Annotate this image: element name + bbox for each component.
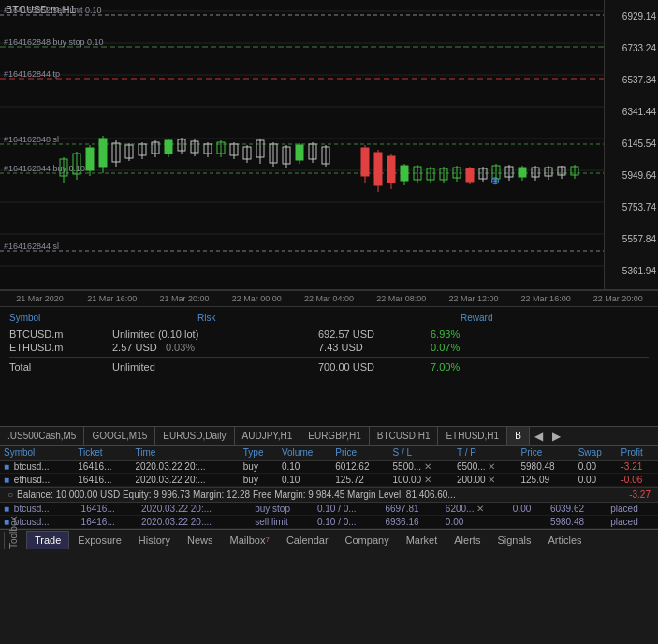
th-symbol: Symbol — [0, 446, 74, 461]
summary-total-label: Total — [9, 361, 112, 373]
bottom-tab-mailbox[interactable]: Mailbox7 — [222, 531, 278, 549]
th-ticket: Ticket — [74, 446, 131, 461]
svg-text:#164162844 sl: #164162844 sl — [4, 242, 59, 251]
prow1-symbol: ■ btcusd... — [0, 503, 78, 516]
summary-btc-reward: 692.57 USD — [318, 329, 431, 340]
row2-price: 125.72 — [331, 474, 388, 487]
summary-total-pct: 7.00% — [431, 361, 487, 373]
bottom-tab-market[interactable]: Market — [398, 531, 446, 549]
chart-tab-5[interactable]: BTCUSD,H1 — [370, 427, 439, 446]
trade-table: Symbol Ticket Time Type Volume Price S /… — [0, 446, 658, 487]
svg-rect-38 — [165, 140, 172, 154]
row2-volume: 0.10 — [278, 474, 331, 487]
chart-tab-0[interactable]: .US500Cash,M5 — [0, 427, 84, 446]
prow2-ticket: 16416... — [78, 516, 138, 529]
row2-curprice: 125.09 — [517, 474, 574, 487]
pending-row-2: ■ btcusd... 16416... 2020.03.22 20:... s… — [0, 516, 658, 529]
prow2-price: 6936.16 — [381, 516, 441, 529]
prow1-ticket: 16416... — [78, 503, 138, 516]
balance-row: ○ Balance: 10 000.00 USD Equity: 9 996.7… — [0, 487, 658, 503]
summary-eth-reward: 7.43 USD — [318, 342, 431, 353]
svg-rect-70 — [401, 166, 408, 181]
time-label-5: 22 Mar 08:00 — [365, 294, 437, 303]
row1-time: 2020.03.22 20:... — [132, 461, 240, 474]
bottom-tab-trade[interactable]: Trade — [26, 531, 69, 549]
row1-volume: 0.10 — [278, 461, 331, 474]
row1-sl: 5500... ✕ — [389, 461, 453, 474]
row1-swap: 0.00 — [575, 461, 618, 474]
bottom-tab-exposure[interactable]: Exposure — [69, 531, 129, 549]
chart-tab-6[interactable]: ETHUSD,H1 — [438, 427, 507, 446]
svg-rect-88 — [519, 168, 526, 177]
toolbox-label: Toolbox — [4, 532, 22, 549]
svg-text:⊕: ⊕ — [490, 174, 500, 187]
time-label-2: 21 Mar 20:00 — [148, 294, 220, 303]
bottom-tab-company[interactable]: Company — [337, 531, 398, 549]
chart-tabs-row[interactable]: .US500Cash,M5 GOOGL,M15 EURUSD,Daily AUD… — [0, 427, 658, 446]
chart-tab-2[interactable]: EURUSD,Daily — [155, 427, 234, 446]
summary-total-row: Total Unlimited 700.00 USD 7.00% — [9, 361, 649, 373]
svg-rect-26 — [86, 148, 94, 170]
chart-tab-3[interactable]: AUDJPY,H1 — [235, 427, 301, 446]
prow1-tp: 0.00 — [509, 503, 547, 516]
chart-area: BTCUSD.m,H1 6929.14 6733.24 6537.34 6341… — [0, 0, 658, 290]
prow2-sl: 0.00 — [442, 516, 509, 529]
price-p4: 6341.44 — [622, 107, 656, 117]
row2-sl: 100.00 ✕ — [389, 474, 453, 487]
time-label-8: 22 Mar 20:00 — [582, 294, 654, 303]
svg-text:#164162848 sl: #164162848 sl — [4, 135, 59, 144]
chart-tab-1[interactable]: GOOGL,M15 — [84, 427, 155, 446]
th-swap: Swap — [575, 446, 618, 461]
tab-scroll-right[interactable]: ▶ — [548, 428, 565, 445]
bottom-tab-signals[interactable]: Signals — [489, 531, 539, 549]
prow2-time: 2020.03.22 20:... — [138, 516, 251, 529]
time-axis: 21 Mar 2020 21 Mar 16:00 21 Mar 20:00 22… — [0, 290, 658, 307]
time-label-1: 21 Mar 16:00 — [76, 294, 148, 303]
time-label-3: 22 Mar 00:00 — [221, 294, 293, 303]
pending-row-1: ■ btcusd... 16416... 2020.03.22 20:... b… — [0, 503, 658, 516]
bottom-tab-alerts[interactable]: Alerts — [446, 531, 489, 549]
row1-tp: 6500... ✕ — [453, 461, 517, 474]
svg-rect-80 — [466, 168, 474, 182]
tab-scroll-left[interactable]: ◀ — [530, 428, 548, 445]
summary-btc-symbol: BTCUSD.m — [9, 329, 112, 340]
price-p1: 6929.14 — [622, 11, 656, 22]
chart-tab-7[interactable]: B — [507, 427, 530, 446]
price-p3: 6537.34 — [622, 75, 656, 85]
svg-rect-58 — [296, 145, 303, 160]
time-label-0: 21 Mar 2020 — [4, 294, 76, 303]
prow2-volume: 0.10 / 0... — [314, 516, 381, 529]
svg-rect-66 — [374, 153, 382, 185]
chart-tab-4[interactable]: EURGBP,H1 — [300, 427, 370, 446]
th-time: Time — [132, 446, 240, 461]
trade-table-container: Symbol Ticket Time Type Volume Price S /… — [0, 446, 658, 529]
table-row: ■ btcusd... 16416... 2020.03.22 20:... b… — [0, 461, 658, 474]
summary-col-symbol: Symbol — [9, 313, 197, 323]
bottom-tab-articles[interactable]: Articles — [539, 531, 590, 549]
prow1-sl: 6200... ✕ — [442, 503, 509, 516]
summary-header: Symbol Risk Reward — [9, 313, 649, 325]
bottom-tab-news[interactable]: News — [179, 531, 222, 549]
prow2-tp — [509, 516, 547, 529]
summary-col-reward: Reward — [461, 313, 649, 323]
summary-total-reward: 700.00 USD — [318, 361, 431, 373]
svg-rect-68 — [387, 156, 395, 183]
pending-orders-table: ■ btcusd... 16416... 2020.03.22 20:... b… — [0, 503, 658, 529]
price-axis: 6929.14 6733.24 6537.34 6341.44 6145.54 … — [604, 0, 658, 289]
th-sl: S / L — [389, 446, 453, 461]
prow1-type: buy stop — [251, 503, 314, 516]
price-p7: 5753.74 — [622, 202, 656, 212]
summary-col-risk: Risk — [197, 313, 386, 323]
bottom-tab-history[interactable]: History — [130, 531, 179, 549]
time-label-7: 22 Mar 16:00 — [510, 294, 582, 303]
th-curprice: Price — [517, 446, 574, 461]
prow1-time: 2020.03.22 20:... — [138, 503, 251, 516]
balance-profit: -3.27 — [629, 490, 651, 500]
th-profit: Profit — [617, 446, 658, 461]
svg-text:#164162844 tp: #164162844 tp — [4, 69, 60, 79]
bottom-tabs[interactable]: Toolbox Trade Exposure History News Mail… — [0, 529, 658, 549]
prow1-price: 6697.81 — [381, 503, 441, 516]
bottom-tab-calendar[interactable]: Calendar — [278, 531, 337, 549]
th-tp: T / P — [453, 446, 517, 461]
price-p8: 5557.84 — [622, 234, 656, 244]
